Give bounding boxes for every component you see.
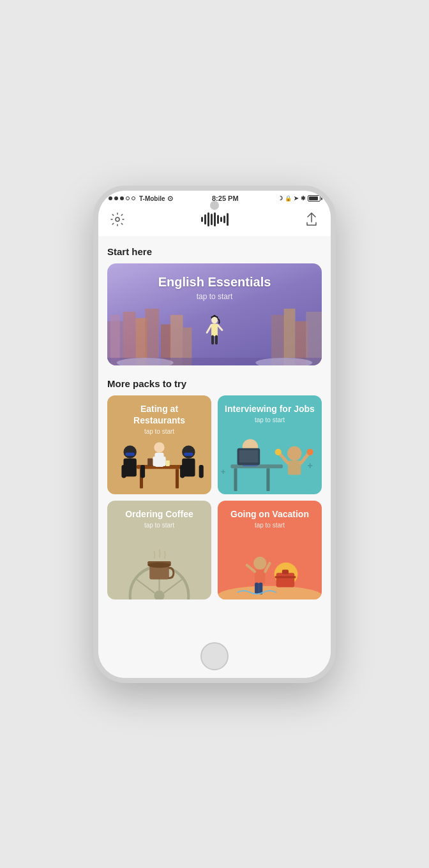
start-section: Start here English Essentials tap to sta… (107, 246, 322, 365)
pack-title-restaurant: Eating at Restaurants (114, 403, 205, 426)
vacation-illustration (218, 527, 322, 599)
signal-5 (132, 196, 135, 200)
location-icon: ➤ (294, 195, 299, 202)
svg-rect-32 (180, 465, 184, 478)
phone-screen: T-Mobile ⊙ 8:25 PM ☽ 🔒 ➤ ✱ (98, 191, 331, 678)
coffee-illustration (107, 527, 211, 599)
wifi-icon: ⊙ (167, 195, 173, 203)
svg-point-66 (253, 557, 266, 570)
svg-rect-3 (123, 312, 136, 365)
svg-line-18 (207, 325, 211, 332)
pack-title-vacation: Going on Vacation (224, 508, 315, 520)
svg-rect-38 (163, 456, 166, 466)
pack-subtitle-vacation: tap to start (224, 522, 315, 529)
restaurant-illustration (107, 429, 211, 494)
status-left: T-Mobile ⊙ (109, 195, 173, 203)
bluetooth-icon: ✱ (301, 195, 306, 202)
svg-point-57 (154, 591, 164, 599)
svg-rect-37 (153, 456, 156, 466)
svg-rect-36 (154, 452, 163, 466)
hero-card-english-essentials[interactable]: English Essentials tap to start (107, 263, 322, 365)
pack-subtitle-coffee: tap to start (114, 522, 205, 529)
svg-rect-33 (199, 465, 204, 478)
carrier-label: T-Mobile (139, 195, 165, 202)
packs-section-title: More packs to try (107, 378, 322, 389)
settings-button[interactable] (109, 210, 126, 228)
pack-grid: Eating at Restaurants tap to start (107, 395, 322, 600)
signal-1 (109, 196, 112, 200)
main-content: Start here English Essentials tap to sta… (98, 236, 331, 678)
svg-point-0 (116, 217, 119, 221)
svg-point-46 (287, 446, 301, 460)
svg-rect-40 (166, 460, 170, 466)
svg-rect-12 (306, 312, 322, 365)
phone-frame: T-Mobile ⊙ 8:25 PM ☽ 🔒 ➤ ✱ (93, 186, 336, 683)
signal-3 (120, 196, 124, 200)
svg-point-30 (182, 445, 195, 458)
pack-subtitle-restaurant: tap to start (114, 428, 205, 435)
svg-rect-24 (176, 469, 179, 489)
svg-line-60 (164, 580, 183, 593)
packs-section: More packs to try Eating at Restaurants … (107, 378, 322, 600)
hero-card-title: English Essentials (117, 275, 312, 290)
svg-point-64 (218, 586, 322, 599)
svg-rect-28 (140, 465, 145, 478)
lock-icon: 🔒 (285, 195, 292, 202)
svg-rect-27 (121, 465, 126, 478)
pack-card-text-interview: Interviewing for Jobs tap to start (218, 395, 322, 426)
home-button[interactable] (200, 642, 229, 670)
svg-rect-42 (234, 469, 237, 492)
svg-point-35 (154, 442, 164, 452)
svg-point-51 (307, 449, 313, 455)
pack-subtitle-interview: tap to start (224, 416, 315, 423)
svg-rect-10 (284, 309, 296, 365)
signal-2 (114, 196, 118, 200)
pack-title-interview: Interviewing for Jobs (224, 403, 315, 415)
battery-icon (308, 195, 320, 202)
svg-line-68 (247, 566, 255, 572)
svg-line-48 (280, 453, 288, 463)
hero-card-subtitle: tap to start (117, 292, 312, 301)
camera (210, 201, 219, 210)
svg-point-25 (123, 445, 136, 458)
svg-rect-73 (275, 577, 296, 578)
svg-rect-43 (266, 469, 269, 492)
pack-card-text-restaurant: Eating at Restaurants tap to start (107, 395, 211, 438)
pack-card-text-coffee: Ordering Coffee tap to start (107, 501, 211, 531)
share-button[interactable] (303, 210, 320, 228)
svg-point-50 (275, 449, 282, 455)
interview-illustration: + + (218, 422, 322, 494)
svg-rect-15 (211, 323, 218, 336)
svg-text:+: + (221, 467, 225, 476)
svg-rect-34 (184, 452, 193, 455)
svg-rect-5 (145, 309, 159, 365)
svg-rect-39 (147, 458, 153, 466)
svg-point-63 (147, 563, 171, 568)
svg-rect-16 (211, 335, 214, 344)
svg-text:+: + (308, 461, 313, 471)
svg-rect-74 (282, 570, 289, 575)
moon-icon: ☽ (278, 195, 283, 202)
waveform-logo (201, 212, 229, 227)
svg-rect-53 (239, 450, 259, 462)
svg-rect-67 (255, 570, 265, 584)
svg-rect-72 (276, 573, 295, 587)
pack-card-restaurant[interactable]: Eating at Restaurants tap to start (107, 395, 211, 494)
svg-rect-17 (215, 335, 218, 344)
pack-card-coffee[interactable]: Ordering Coffee tap to start (107, 501, 211, 600)
svg-line-59 (137, 580, 155, 593)
pack-card-text-vacation: Going on Vacation tap to start (218, 501, 322, 531)
app-header (98, 205, 331, 236)
svg-rect-70 (255, 583, 259, 594)
pack-card-interview[interactable]: Interviewing for Jobs tap to start (218, 395, 322, 494)
hero-illustration (107, 302, 322, 365)
hero-card-text: English Essentials tap to start (107, 263, 322, 301)
start-section-title: Start here (107, 246, 322, 257)
pack-title-coffee: Ordering Coffee (114, 508, 205, 520)
battery-fill (309, 196, 318, 200)
svg-rect-29 (126, 452, 135, 455)
pack-card-vacation[interactable]: Going on Vacation tap to start (218, 501, 322, 600)
signal-4 (126, 196, 130, 200)
status-right: ☽ 🔒 ➤ ✱ (278, 195, 320, 202)
svg-line-19 (218, 325, 222, 330)
